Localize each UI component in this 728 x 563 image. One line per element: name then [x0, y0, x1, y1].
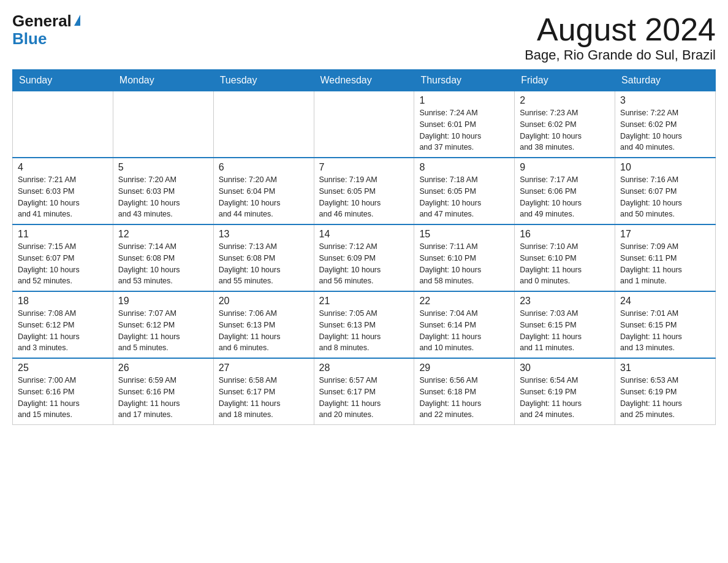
day-info: Sunrise: 7:03 AM Sunset: 6:15 PM Dayligh…: [520, 308, 610, 354]
calendar-cell: 29Sunrise: 6:56 AM Sunset: 6:18 PM Dayli…: [414, 358, 515, 425]
calendar-header-thursday: Thursday: [414, 70, 515, 91]
day-number: 8: [419, 162, 509, 173]
calendar-cell: 8Sunrise: 7:18 AM Sunset: 6:05 PM Daylig…: [414, 158, 515, 224]
calendar-cell: 20Sunrise: 7:06 AM Sunset: 6:13 PM Dayli…: [213, 291, 314, 358]
calendar-cell: 13Sunrise: 7:13 AM Sunset: 6:08 PM Dayli…: [213, 224, 314, 291]
day-info: Sunrise: 7:23 AM Sunset: 6:02 PM Dayligh…: [520, 107, 610, 153]
calendar-week-row: 25Sunrise: 7:00 AM Sunset: 6:16 PM Dayli…: [13, 358, 716, 425]
calendar-cell: 22Sunrise: 7:04 AM Sunset: 6:14 PM Dayli…: [414, 291, 515, 358]
month-title: August 2024: [525, 12, 716, 47]
day-info: Sunrise: 6:59 AM Sunset: 6:16 PM Dayligh…: [118, 375, 208, 421]
day-info: Sunrise: 7:24 AM Sunset: 6:01 PM Dayligh…: [419, 107, 509, 153]
day-number: 14: [319, 229, 409, 240]
day-info: Sunrise: 7:20 AM Sunset: 6:03 PM Dayligh…: [118, 174, 208, 220]
day-info: Sunrise: 7:11 AM Sunset: 6:10 PM Dayligh…: [419, 241, 509, 287]
location-label: Bage, Rio Grande do Sul, Brazil: [525, 47, 716, 63]
day-number: 5: [118, 162, 208, 173]
day-number: 27: [219, 362, 309, 373]
day-number: 20: [219, 296, 309, 307]
calendar-header-row: SundayMondayTuesdayWednesdayThursdayFrid…: [13, 70, 716, 91]
day-info: Sunrise: 7:17 AM Sunset: 6:06 PM Dayligh…: [520, 174, 610, 220]
calendar-cell: 21Sunrise: 7:05 AM Sunset: 6:13 PM Dayli…: [314, 291, 414, 358]
day-info: Sunrise: 7:12 AM Sunset: 6:09 PM Dayligh…: [319, 241, 409, 287]
day-info: Sunrise: 7:13 AM Sunset: 6:08 PM Dayligh…: [219, 241, 309, 287]
calendar-cell: 14Sunrise: 7:12 AM Sunset: 6:09 PM Dayli…: [314, 224, 414, 291]
day-number: 13: [219, 229, 309, 240]
calendar-cell: [113, 91, 213, 158]
calendar-cell: 7Sunrise: 7:19 AM Sunset: 6:05 PM Daylig…: [314, 158, 414, 224]
calendar-header-friday: Friday: [515, 70, 615, 91]
calendar-cell: 27Sunrise: 6:58 AM Sunset: 6:17 PM Dayli…: [213, 358, 314, 425]
day-number: 28: [319, 362, 409, 373]
day-info: Sunrise: 7:14 AM Sunset: 6:08 PM Dayligh…: [118, 241, 208, 287]
calendar-cell: 23Sunrise: 7:03 AM Sunset: 6:15 PM Dayli…: [515, 291, 615, 358]
logo-blue-text: Blue: [12, 30, 47, 48]
calendar-header-saturday: Saturday: [615, 70, 716, 91]
calendar-header-monday: Monday: [113, 70, 213, 91]
day-number: 18: [18, 296, 108, 307]
day-number: 3: [620, 95, 710, 106]
day-number: 16: [520, 229, 610, 240]
logo-general-text: General: [12, 12, 72, 30]
day-number: 2: [520, 95, 610, 106]
calendar-cell: 19Sunrise: 7:07 AM Sunset: 6:12 PM Dayli…: [113, 291, 213, 358]
day-info: Sunrise: 7:00 AM Sunset: 6:16 PM Dayligh…: [18, 375, 108, 421]
calendar-cell: 4Sunrise: 7:21 AM Sunset: 6:03 PM Daylig…: [13, 158, 113, 224]
day-info: Sunrise: 7:05 AM Sunset: 6:13 PM Dayligh…: [319, 308, 409, 354]
calendar-header-tuesday: Tuesday: [213, 70, 314, 91]
calendar-cell: 1Sunrise: 7:24 AM Sunset: 6:01 PM Daylig…: [414, 91, 515, 158]
calendar-cell: 11Sunrise: 7:15 AM Sunset: 6:07 PM Dayli…: [13, 224, 113, 291]
day-number: 25: [18, 362, 108, 373]
day-number: 7: [319, 162, 409, 173]
title-section: August 2024 Bage, Rio Grande do Sul, Bra…: [525, 12, 716, 63]
day-info: Sunrise: 7:04 AM Sunset: 6:14 PM Dayligh…: [419, 308, 509, 354]
day-number: 12: [118, 229, 208, 240]
day-number: 11: [18, 229, 108, 240]
day-info: Sunrise: 7:08 AM Sunset: 6:12 PM Dayligh…: [18, 308, 108, 354]
logo-triangle-icon: [74, 15, 80, 26]
day-number: 15: [419, 229, 509, 240]
day-number: 23: [520, 296, 610, 307]
day-number: 26: [118, 362, 208, 373]
day-info: Sunrise: 7:18 AM Sunset: 6:05 PM Dayligh…: [419, 174, 509, 220]
calendar-cell: 2Sunrise: 7:23 AM Sunset: 6:02 PM Daylig…: [515, 91, 615, 158]
day-number: 30: [520, 362, 610, 373]
day-number: 10: [620, 162, 710, 173]
day-info: Sunrise: 7:16 AM Sunset: 6:07 PM Dayligh…: [620, 174, 710, 220]
calendar-cell: 18Sunrise: 7:08 AM Sunset: 6:12 PM Dayli…: [13, 291, 113, 358]
day-info: Sunrise: 6:58 AM Sunset: 6:17 PM Dayligh…: [219, 375, 309, 421]
day-info: Sunrise: 7:20 AM Sunset: 6:04 PM Dayligh…: [219, 174, 309, 220]
day-number: 21: [319, 296, 409, 307]
day-number: 1: [419, 95, 509, 106]
day-info: Sunrise: 7:10 AM Sunset: 6:10 PM Dayligh…: [520, 241, 610, 287]
calendar-cell: 6Sunrise: 7:20 AM Sunset: 6:04 PM Daylig…: [213, 158, 314, 224]
calendar-week-row: 4Sunrise: 7:21 AM Sunset: 6:03 PM Daylig…: [13, 158, 716, 224]
day-info: Sunrise: 6:53 AM Sunset: 6:19 PM Dayligh…: [620, 375, 710, 421]
day-number: 19: [118, 296, 208, 307]
calendar-cell: 28Sunrise: 6:57 AM Sunset: 6:17 PM Dayli…: [314, 358, 414, 425]
calendar-cell: 30Sunrise: 6:54 AM Sunset: 6:19 PM Dayli…: [515, 358, 615, 425]
calendar-cell: [314, 91, 414, 158]
day-number: 24: [620, 296, 710, 307]
calendar-cell: 9Sunrise: 7:17 AM Sunset: 6:06 PM Daylig…: [515, 158, 615, 224]
day-number: 6: [219, 162, 309, 173]
calendar-cell: 26Sunrise: 6:59 AM Sunset: 6:16 PM Dayli…: [113, 358, 213, 425]
calendar-cell: 24Sunrise: 7:01 AM Sunset: 6:15 PM Dayli…: [615, 291, 716, 358]
day-info: Sunrise: 6:54 AM Sunset: 6:19 PM Dayligh…: [520, 375, 610, 421]
calendar-header-sunday: Sunday: [13, 70, 113, 91]
day-number: 22: [419, 296, 509, 307]
calendar-cell: 16Sunrise: 7:10 AM Sunset: 6:10 PM Dayli…: [515, 224, 615, 291]
day-info: Sunrise: 6:56 AM Sunset: 6:18 PM Dayligh…: [419, 375, 509, 421]
calendar-cell: 25Sunrise: 7:00 AM Sunset: 6:16 PM Dayli…: [13, 358, 113, 425]
day-info: Sunrise: 7:19 AM Sunset: 6:05 PM Dayligh…: [319, 174, 409, 220]
calendar-header-wednesday: Wednesday: [314, 70, 414, 91]
calendar-cell: 5Sunrise: 7:20 AM Sunset: 6:03 PM Daylig…: [113, 158, 213, 224]
calendar-cell: 3Sunrise: 7:22 AM Sunset: 6:02 PM Daylig…: [615, 91, 716, 158]
calendar-cell: [213, 91, 314, 158]
day-info: Sunrise: 7:07 AM Sunset: 6:12 PM Dayligh…: [118, 308, 208, 354]
calendar-cell: 31Sunrise: 6:53 AM Sunset: 6:19 PM Dayli…: [615, 358, 716, 425]
day-info: Sunrise: 7:01 AM Sunset: 6:15 PM Dayligh…: [620, 308, 710, 354]
logo: General Blue: [12, 12, 80, 47]
day-info: Sunrise: 7:15 AM Sunset: 6:07 PM Dayligh…: [18, 241, 108, 287]
calendar-week-row: 1Sunrise: 7:24 AM Sunset: 6:01 PM Daylig…: [13, 91, 716, 158]
